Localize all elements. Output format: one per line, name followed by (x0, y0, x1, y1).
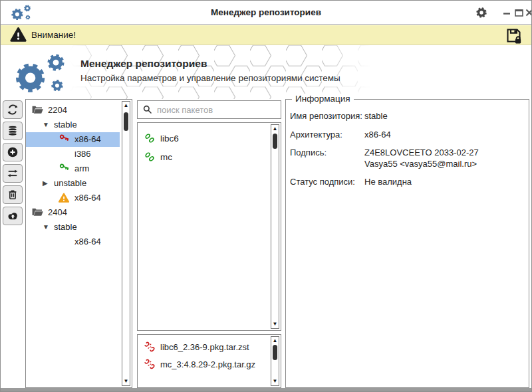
scroll-thumb[interactable] (124, 112, 128, 131)
scroll-up-icon[interactable]: ▲ (271, 126, 279, 132)
package-scrollbar[interactable]: ▲ ▼ (271, 124, 279, 329)
scroll-down-icon[interactable]: ▼ (122, 378, 130, 385)
database-button[interactable] (3, 122, 23, 140)
folder-open-icon (31, 207, 48, 218)
scroll-thumb[interactable] (273, 345, 277, 360)
page-subtitle: Настройка параметров и управление репози… (80, 73, 340, 83)
file-rows: libc6_2.36-9.pkg.tar.zstmc_3:4.8.29-2.pk… (138, 335, 269, 387)
tree-item-label: x86-64 (74, 132, 101, 147)
banner-text: Внимание! (31, 25, 76, 45)
trash-icon (6, 188, 19, 201)
info-field-label: Имя репозитория: (290, 111, 364, 122)
chevron-right-icon[interactable]: ▶ (43, 176, 54, 191)
plus-circle-icon (6, 146, 19, 159)
close-button[interactable] (522, 5, 532, 20)
item-label: mc (160, 152, 172, 162)
warning-triangle-icon (9, 26, 27, 44)
package-item[interactable]: mc (138, 147, 269, 166)
tree-item-i386[interactable]: i386 (26, 147, 120, 161)
scroll-down-icon[interactable]: ▼ (271, 378, 279, 385)
info-field-label: Архитектура: (290, 130, 364, 141)
database-icon (6, 124, 19, 138)
package-item[interactable]: libc6 (138, 129, 269, 147)
warning-icon (58, 192, 74, 204)
chain-linked-icon (144, 132, 160, 144)
window-bottom-border (1, 388, 531, 391)
file-item[interactable]: mc_3:4.8.29-2.pkg.tar.gz (138, 355, 269, 373)
app-window: Менеджер репозиториев Внимание! (0, 0, 532, 392)
file-item[interactable]: libc6_2.36-9.pkg.tar.zst (138, 338, 269, 355)
info-field: Имя репозитория:stable (290, 111, 522, 122)
info-field: Статус подписи:Не валидна (290, 177, 522, 188)
info-field-value: Z4E8LOVCEETO 2033-02-27 Vasya55 <vasya55… (364, 147, 522, 169)
info-field: Подпись:Z4E8LOVCEETO 2033-02-27 Vasya55 … (290, 147, 522, 169)
tree-item-label: arm (74, 161, 89, 176)
tree-items: 2204▼stablex86-64i386arm▶unstablex86-642… (26, 100, 120, 387)
tree-item-stable[interactable]: ▼stable (26, 220, 120, 235)
tree-item-label: i386 (74, 147, 91, 161)
info-field: Архитектура:x86-64 (290, 130, 522, 141)
search-input[interactable] (157, 105, 281, 115)
key-green-icon (58, 163, 74, 175)
refresh-icon (6, 103, 19, 116)
info-field-label: Подпись: (290, 147, 364, 169)
sync-button[interactable] (3, 164, 23, 183)
refresh-button[interactable] (3, 100, 23, 119)
chain-linked-icon (144, 151, 160, 163)
settings-gear-icon[interactable] (474, 5, 489, 20)
chain-broken-icon (144, 341, 160, 353)
tree-item-label: x86-64 (74, 191, 101, 205)
hexagon-pattern (70, 45, 371, 99)
scroll-down-icon[interactable]: ▼ (271, 321, 279, 328)
page-title: Менеджер репозиториев (80, 58, 207, 70)
swap-arrows-icon (6, 167, 19, 180)
info-legend: Информация (292, 94, 354, 104)
package-list: libc6mc ▲ ▼ (137, 122, 281, 331)
scroll-thumb[interactable] (273, 134, 277, 149)
tree-item-label: stable (54, 220, 77, 235)
info-field-value: Не валидна (364, 177, 522, 188)
header: Менеджер репозиториев Настройка параметр… (1, 45, 531, 99)
info-field-label: Статус подписи: (290, 177, 364, 188)
tree-item-label: 2204 (48, 103, 67, 118)
add-button[interactable] (3, 143, 23, 161)
item-label: libc6 (160, 134, 179, 144)
key-red-icon (58, 134, 74, 146)
scroll-up-icon[interactable]: ▲ (271, 338, 279, 344)
item-label: mc_3:4.8.29-2.pkg.tar.gz (160, 359, 255, 369)
package-search (137, 100, 281, 119)
delete-button[interactable] (3, 185, 23, 204)
info-field-value: x86-64 (364, 130, 522, 141)
tree-item-x86-64[interactable]: x86-64 (26, 191, 120, 205)
chevron-down-icon[interactable]: ▼ (43, 220, 54, 235)
title-bar: Менеджер репозиториев (1, 1, 531, 25)
info-rows: Имя репозитория:stableАрхитектура:x86-64… (286, 100, 529, 188)
tree-item-label: x86-64 (74, 235, 101, 249)
tree-item-stable[interactable]: ▼stable (26, 118, 120, 132)
tree-scrollbar[interactable]: ▲ ▼ (122, 101, 130, 386)
window-title: Менеджер репозиториев (1, 1, 531, 25)
file-list: libc6_2.36-9.pkg.tar.zstmc_3:4.8.29-2.pk… (137, 334, 281, 388)
tree-item-label: 2404 (48, 205, 67, 220)
tree-item-unstable[interactable]: ▶unstable (26, 176, 120, 191)
file-scrollbar[interactable]: ▲ ▼ (271, 336, 279, 386)
item-label: libc6_2.36-9.pkg.tar.zst (160, 342, 249, 352)
scroll-up-icon[interactable]: ▲ (122, 102, 130, 109)
repository-tree: 2204▼stablex86-64i386arm▶unstablex86-642… (25, 99, 132, 388)
save-signature-button[interactable] (505, 27, 523, 45)
tree-item-2204[interactable]: 2204 (26, 103, 120, 118)
tree-item-arm[interactable]: arm (26, 161, 120, 176)
cloud-upload-icon (6, 209, 19, 223)
tree-item-x86-64[interactable]: x86-64 (26, 235, 120, 249)
tree-item-2404[interactable]: 2404 (26, 205, 120, 220)
chevron-down-icon[interactable]: ▼ (43, 118, 54, 132)
upload-button[interactable] (3, 207, 23, 225)
tree-item-x86-64[interactable]: x86-64 (26, 132, 120, 147)
info-panel: Информация Имя репозитория:stableАрхитек… (285, 99, 529, 388)
package-rows: libc6mc (138, 123, 269, 330)
tree-item-label: stable (54, 118, 77, 132)
warning-banner: Внимание! (1, 25, 531, 45)
tree-item-label: unstable (54, 176, 86, 191)
app-gears-logo (9, 49, 72, 97)
info-field-value: stable (364, 111, 522, 122)
